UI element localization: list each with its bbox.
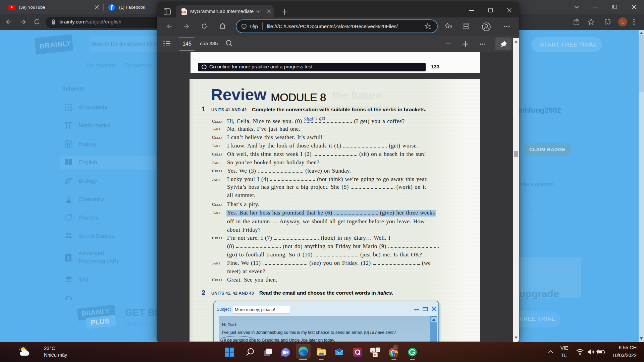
svg-text:L: L	[394, 346, 396, 350]
svg-text:n: n	[374, 353, 376, 357]
svg-text:u: u	[372, 348, 374, 352]
svg-text:i: i	[378, 348, 379, 352]
svg-text:L: L	[394, 354, 396, 357]
